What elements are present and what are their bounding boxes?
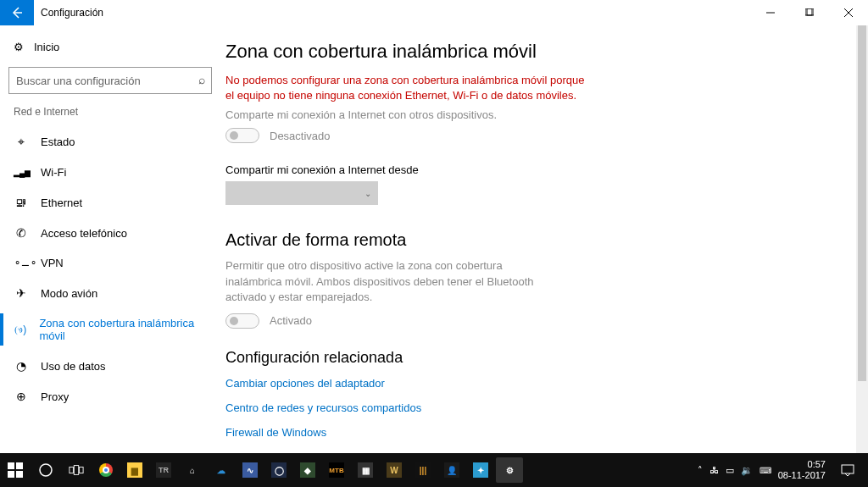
svg-rect-9 [80,467,84,473]
taskbar-app-generic2[interactable]: ◯ [265,457,292,483]
cortana-button[interactable] [31,453,61,487]
scrollthumb[interactable] [858,25,866,381]
tray-battery-icon[interactable]: ▭ [726,465,734,476]
taskbar: ▆ TR ⌂ ☁ ∿ ◯ ◆ MTB ▦ W ||| 👤 ✦ ⚙ ˄ 🖧 ▭ 🔉… [0,453,868,487]
sidebar-item-label: Acceso telefónico [41,227,127,240]
taskbar-app-generic4[interactable]: ▦ [352,457,379,483]
sidebar-item-label: Estado [41,136,75,148]
taskbar-app-tr[interactable]: TR [150,457,177,483]
taskbar-app-mtb[interactable]: MTB [323,457,350,483]
proxy-icon: ⊕ [14,390,29,403]
tray-network-icon[interactable]: 🖧 [709,465,719,475]
search-icon: ⌕ [198,73,205,86]
task-view-button[interactable] [61,453,92,487]
svg-rect-2 [8,462,14,469]
link-network-center[interactable]: Centro de redes y recursos compartidos [225,401,843,414]
scrollbar[interactable] [856,25,868,453]
sidebar-item-ethernet[interactable]: 🖳 Ethernet [0,187,220,218]
vpn-icon: ⚬⚊⚬ [14,257,29,268]
window-title: Configuración [41,7,103,19]
category-label: Red e Internet [0,106,220,126]
back-button[interactable] [0,0,34,25]
svg-rect-4 [8,471,14,478]
link-firewall[interactable]: Firewall de Windows [225,426,843,439]
sidebar-item-label: Modo avión [41,287,97,300]
sidebar-item-label: Wi-Fi [41,166,66,179]
search-input[interactable] [8,67,212,94]
sidebar-item-datausage[interactable]: ◔ Uso de datos [0,351,220,381]
link-adapter-options[interactable]: Cambiar opciones del adaptador [225,377,843,390]
error-message: No podemos configurar una zona con cober… [225,73,590,103]
sidebar-item-estado[interactable]: ⌖ Estado [0,126,220,158]
taskbar-clock[interactable]: 0:57 08-11-2017 [778,459,826,481]
remote-toggle[interactable] [225,313,259,329]
related-heading: Configuración relacionada [225,349,843,367]
maximize-button[interactable] [790,0,829,25]
sidebar: ⚙ Inicio ⌕ Red e Internet ⌖ Estado ▂▄▆ W… [0,25,220,453]
svg-rect-3 [16,462,23,469]
remote-toggle-label: Activado [270,314,312,327]
clock-date: 08-11-2017 [778,470,826,481]
tray-language-icon[interactable]: ⌨ [760,466,771,475]
svg-rect-5 [16,471,23,478]
taskbar-app-generic7[interactable]: ✦ [467,457,494,483]
share-from-dropdown[interactable]: ⌄ [225,181,378,205]
taskbar-app-settings[interactable]: ⚙ [496,457,523,483]
sidebar-item-airplane[interactable]: ✈ Modo avión [0,278,220,308]
svg-rect-7 [70,467,74,473]
tray-volume-icon[interactable]: 🔉 [741,465,753,476]
page-title: Zona con cobertura inalámbrica móvil [225,41,843,63]
chevron-down-icon: ⌄ [364,189,371,198]
svg-rect-0 [805,8,812,15]
taskbar-app-generic5[interactable]: ||| [409,457,437,483]
close-button[interactable] [829,0,868,25]
svg-point-6 [40,464,52,476]
taskbar-app-generic6[interactable]: 👤 [438,457,465,483]
datausage-icon: ◔ [14,359,29,373]
share-toggle[interactable] [225,128,259,143]
taskbar-app-store[interactable]: ⌂ [179,457,206,483]
status-icon: ⌖ [14,135,29,149]
taskbar-app-chrome[interactable] [92,457,120,483]
taskbar-app-wow[interactable]: W [381,457,408,483]
sidebar-item-dialup[interactable]: ✆ Acceso telefónico [0,218,220,248]
content-pane: Zona con cobertura inalámbrica móvil No … [220,25,868,453]
wifi-icon: ▂▄▆ [14,169,29,177]
hotspot-icon: (ෳ) [14,324,27,335]
sidebar-item-label: Uso de datos [41,360,106,373]
sidebar-item-label: VPN [41,257,64,269]
taskbar-app-explorer[interactable]: ▆ [121,457,148,483]
tray-overflow-icon[interactable]: ˄ [698,465,703,476]
home-label: Inicio [34,41,59,53]
ethernet-icon: 🖳 [14,196,29,209]
svg-rect-8 [74,466,78,475]
minimize-button[interactable] [751,0,790,25]
sidebar-item-wifi[interactable]: ▂▄▆ Wi-Fi [0,158,220,187]
airplane-icon: ✈ [14,286,29,300]
taskbar-app-generic1[interactable]: ∿ [236,457,264,483]
share-description: Comparte mi conexión a Internet con otro… [225,108,843,121]
start-button[interactable] [0,453,31,487]
sidebar-item-hotspot[interactable]: (ෳ) Zona con cobertura inalámbrica móvil [0,308,220,351]
phone-icon: ✆ [14,226,29,240]
titlebar: Configuración [0,0,868,25]
share-from-label: Compartir mi conexión a Internet desde [225,163,843,176]
remote-description: Permitir que otro dispositivo active la … [225,258,548,305]
taskbar-app-generic3[interactable]: ◆ [294,457,321,483]
taskbar-app-onedrive[interactable]: ☁ [208,457,235,483]
gear-icon: ⚙ [14,41,24,53]
sidebar-item-label: Ethernet [41,196,82,209]
share-toggle-label: Desactivado [270,130,331,142]
home-button[interactable]: ⚙ Inicio [0,34,220,60]
sidebar-item-proxy[interactable]: ⊕ Proxy [0,381,220,412]
sidebar-item-label: Zona con cobertura inalámbrica móvil [39,317,207,342]
svg-rect-10 [842,465,854,473]
remote-heading: Activar de forma remota [225,230,843,250]
svg-rect-1 [807,8,814,15]
sidebar-item-vpn[interactable]: ⚬⚊⚬ VPN [0,248,220,278]
sidebar-item-label: Proxy [41,390,69,403]
clock-time: 0:57 [778,459,826,470]
action-center-button[interactable] [832,453,863,487]
